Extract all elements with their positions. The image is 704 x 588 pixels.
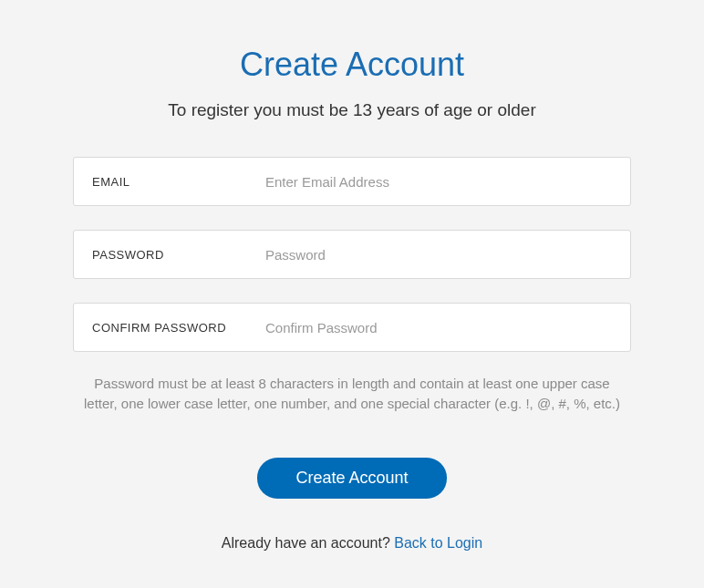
confirm-password-field-row: CONFIRM PASSWORD xyxy=(73,303,631,352)
confirm-password-input[interactable] xyxy=(265,320,612,335)
back-to-login-link[interactable]: Back to Login xyxy=(394,535,482,551)
page-subtitle: To register you must be 13 years of age … xyxy=(73,100,631,120)
email-input[interactable] xyxy=(265,174,612,190)
submit-wrap: Create Account xyxy=(73,458,631,499)
email-field-row: EMAIL xyxy=(73,157,631,206)
create-account-button[interactable]: Create Account xyxy=(257,458,446,499)
footer-prompt: Already have an account? xyxy=(222,535,394,551)
password-field-row: PASSWORD xyxy=(73,230,631,279)
create-account-form: Create Account To register you must be 1… xyxy=(0,0,704,579)
footer: Already have an account? Back to Login xyxy=(73,535,631,552)
password-hint: Password must be at least 8 characters i… xyxy=(73,374,631,414)
page-title: Create Account xyxy=(73,46,631,84)
confirm-password-label: CONFIRM PASSWORD xyxy=(92,321,265,335)
email-label: EMAIL xyxy=(92,175,265,189)
password-label: PASSWORD xyxy=(92,248,265,262)
password-input[interactable] xyxy=(265,247,612,263)
